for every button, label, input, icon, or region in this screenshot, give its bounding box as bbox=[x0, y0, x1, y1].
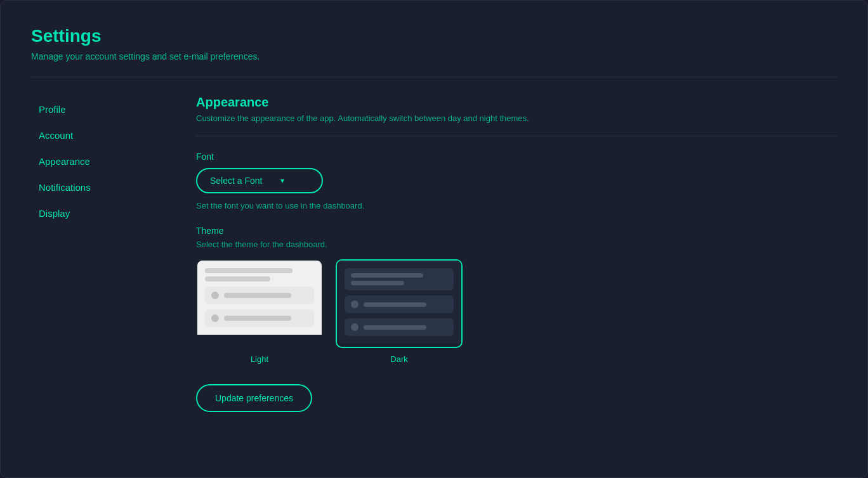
light-row-bar-1 bbox=[224, 293, 291, 298]
theme-dark-wrapper: Dark bbox=[336, 259, 463, 364]
light-dot-2 bbox=[211, 314, 219, 322]
font-select-value: Select a Font bbox=[210, 176, 263, 186]
dark-row-2 bbox=[345, 318, 454, 336]
page-header: Settings Manage your account settings an… bbox=[31, 26, 837, 61]
light-row-bar-2 bbox=[224, 316, 291, 321]
theme-light-label: Light bbox=[251, 354, 268, 364]
font-select-wrapper: Select a Font ▾ bbox=[196, 168, 323, 193]
theme-light-wrapper: Light bbox=[196, 259, 323, 364]
sidebar-item-appearance[interactable]: Appearance bbox=[31, 150, 171, 173]
sidebar-item-notifications[interactable]: Notifications bbox=[31, 176, 171, 199]
theme-description: Select the theme for the dashboard. bbox=[196, 240, 837, 249]
main-content: Appearance Customize the appearance of t… bbox=[171, 95, 837, 457]
light-bar-2 bbox=[205, 276, 270, 281]
light-bar-1 bbox=[205, 268, 293, 273]
font-label: Font bbox=[196, 152, 837, 162]
dark-dot-2 bbox=[351, 323, 358, 331]
section-title: Appearance bbox=[196, 95, 837, 110]
light-header bbox=[205, 268, 314, 281]
section-divider bbox=[196, 136, 837, 136]
sidebar-item-account[interactable]: Account bbox=[31, 124, 171, 147]
dark-preview bbox=[337, 261, 461, 344]
theme-label: Theme bbox=[196, 226, 837, 236]
dark-bar-2 bbox=[351, 281, 404, 285]
chevron-down-icon: ▾ bbox=[280, 176, 284, 185]
theme-options: Light bbox=[196, 259, 837, 364]
light-dot-1 bbox=[211, 292, 219, 299]
dark-bar-1 bbox=[351, 273, 423, 278]
font-hint: Set the font you want to use in the dash… bbox=[196, 201, 837, 210]
app-container: Settings Manage your account settings an… bbox=[0, 0, 868, 478]
theme-card-dark[interactable] bbox=[336, 259, 463, 348]
dark-row-bar-1 bbox=[364, 302, 426, 307]
sidebar: Profile Account Appearance Notifications… bbox=[31, 95, 171, 457]
section-description: Customize the appearance of the app. Aut… bbox=[196, 113, 837, 123]
sidebar-item-display[interactable]: Display bbox=[31, 202, 171, 225]
update-preferences-button[interactable]: Update preferences bbox=[196, 384, 312, 412]
content-area: Profile Account Appearance Notifications… bbox=[31, 95, 837, 457]
font-select-button[interactable]: Select a Font ▾ bbox=[196, 168, 323, 193]
light-preview bbox=[197, 261, 322, 335]
dark-row-1 bbox=[345, 295, 454, 313]
light-row-1 bbox=[205, 287, 314, 304]
theme-card-light[interactable] bbox=[196, 259, 323, 348]
dark-row-bar-2 bbox=[364, 325, 426, 330]
dark-header bbox=[345, 268, 454, 290]
page-title: Settings bbox=[31, 26, 837, 46]
sidebar-item-profile[interactable]: Profile bbox=[31, 98, 171, 121]
dark-dot-1 bbox=[351, 300, 358, 308]
theme-dark-label: Dark bbox=[390, 354, 407, 364]
light-row-2 bbox=[205, 309, 314, 327]
header-divider bbox=[31, 77, 837, 77]
page-subtitle: Manage your account settings and set e-m… bbox=[31, 51, 837, 61]
